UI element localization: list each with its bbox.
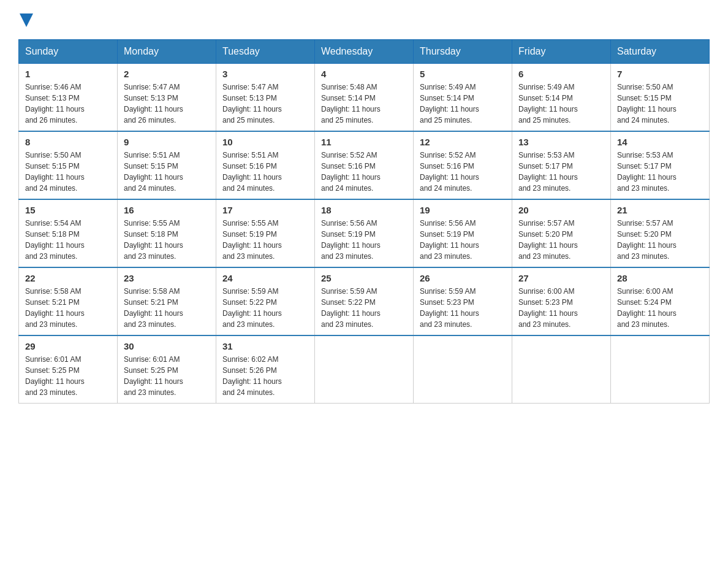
calendar-cell: 12Sunrise: 5:52 AMSunset: 5:16 PMDayligh… (414, 131, 512, 199)
day-number: 7 (617, 69, 703, 79)
day-number: 9 (124, 137, 210, 147)
day-number: 19 (420, 205, 506, 215)
calendar-cell: 21Sunrise: 5:57 AMSunset: 5:20 PMDayligh… (611, 199, 710, 267)
day-info: Sunrise: 5:47 AMSunset: 5:13 PMDaylight:… (222, 82, 308, 126)
day-info: Sunrise: 5:51 AMSunset: 5:16 PMDaylight:… (222, 150, 308, 194)
day-info: Sunrise: 5:49 AMSunset: 5:14 PMDaylight:… (420, 82, 506, 126)
day-number: 25 (321, 273, 407, 283)
calendar-cell: 2Sunrise: 5:47 AMSunset: 5:13 PMDaylight… (118, 64, 216, 132)
day-info: Sunrise: 6:01 AMSunset: 5:25 PMDaylight:… (25, 354, 111, 398)
calendar-cell (414, 335, 512, 404)
day-info: Sunrise: 5:48 AMSunset: 5:14 PMDaylight:… (321, 82, 407, 126)
calendar-cell (512, 335, 611, 404)
day-of-week-header: Friday (512, 40, 611, 64)
day-info: Sunrise: 5:57 AMSunset: 5:20 PMDaylight:… (617, 218, 703, 262)
day-info: Sunrise: 5:54 AMSunset: 5:18 PMDaylight:… (25, 218, 111, 262)
calendar-cell: 23Sunrise: 5:58 AMSunset: 5:21 PMDayligh… (118, 267, 216, 335)
calendar-cell: 3Sunrise: 5:47 AMSunset: 5:13 PMDaylight… (216, 64, 315, 132)
day-number: 12 (420, 137, 506, 147)
calendar-week-row: 8Sunrise: 5:50 AMSunset: 5:15 PMDaylight… (19, 131, 710, 199)
day-info: Sunrise: 5:56 AMSunset: 5:19 PMDaylight:… (420, 218, 506, 262)
day-info: Sunrise: 5:52 AMSunset: 5:16 PMDaylight:… (321, 150, 407, 194)
day-number: 11 (321, 137, 407, 147)
day-number: 4 (321, 69, 407, 79)
day-number: 5 (420, 69, 506, 79)
day-info: Sunrise: 5:58 AMSunset: 5:21 PMDaylight:… (124, 286, 210, 330)
logo (18, 12, 33, 27)
day-number: 26 (420, 273, 506, 283)
day-number: 20 (518, 205, 604, 215)
day-of-week-header: Sunday (19, 40, 118, 64)
calendar-week-row: 15Sunrise: 5:54 AMSunset: 5:18 PMDayligh… (19, 199, 710, 267)
calendar-cell: 1Sunrise: 5:46 AMSunset: 5:13 PMDaylight… (19, 64, 118, 132)
day-number: 22 (25, 273, 111, 283)
day-number: 21 (617, 205, 703, 215)
day-number: 24 (222, 273, 308, 283)
day-number: 8 (25, 137, 111, 147)
calendar-cell: 31Sunrise: 6:02 AMSunset: 5:26 PMDayligh… (216, 335, 315, 404)
day-number: 6 (518, 69, 604, 79)
calendar-cell: 24Sunrise: 5:59 AMSunset: 5:22 PMDayligh… (216, 267, 315, 335)
day-number: 14 (617, 137, 703, 147)
calendar-cell: 22Sunrise: 5:58 AMSunset: 5:21 PMDayligh… (19, 267, 118, 335)
day-info: Sunrise: 5:59 AMSunset: 5:22 PMDaylight:… (222, 286, 308, 330)
calendar-cell: 18Sunrise: 5:56 AMSunset: 5:19 PMDayligh… (315, 199, 414, 267)
calendar-cell (315, 335, 414, 404)
day-info: Sunrise: 5:53 AMSunset: 5:17 PMDaylight:… (518, 150, 604, 194)
day-of-week-header: Tuesday (216, 40, 315, 64)
calendar-cell: 17Sunrise: 5:55 AMSunset: 5:19 PMDayligh… (216, 199, 315, 267)
day-info: Sunrise: 5:59 AMSunset: 5:23 PMDaylight:… (420, 286, 506, 330)
day-number: 16 (124, 205, 210, 215)
calendar-cell: 28Sunrise: 6:00 AMSunset: 5:24 PMDayligh… (611, 267, 710, 335)
calendar-cell: 8Sunrise: 5:50 AMSunset: 5:15 PMDaylight… (19, 131, 118, 199)
day-number: 27 (518, 273, 604, 283)
day-info: Sunrise: 5:58 AMSunset: 5:21 PMDaylight:… (25, 286, 111, 330)
day-number: 30 (124, 341, 210, 351)
calendar-cell: 26Sunrise: 5:59 AMSunset: 5:23 PMDayligh… (414, 267, 512, 335)
day-info: Sunrise: 5:55 AMSunset: 5:18 PMDaylight:… (124, 218, 210, 262)
svg-marker-0 (20, 13, 33, 27)
day-info: Sunrise: 6:00 AMSunset: 5:24 PMDaylight:… (617, 286, 703, 330)
calendar-cell: 15Sunrise: 5:54 AMSunset: 5:18 PMDayligh… (19, 199, 118, 267)
day-number: 10 (222, 137, 308, 147)
calendar-cell: 25Sunrise: 5:59 AMSunset: 5:22 PMDayligh… (315, 267, 414, 335)
calendar-week-row: 29Sunrise: 6:01 AMSunset: 5:25 PMDayligh… (19, 335, 710, 404)
day-of-week-header: Thursday (414, 40, 512, 64)
calendar-cell: 14Sunrise: 5:53 AMSunset: 5:17 PMDayligh… (611, 131, 710, 199)
day-info: Sunrise: 5:46 AMSunset: 5:13 PMDaylight:… (25, 82, 111, 126)
calendar-cell: 11Sunrise: 5:52 AMSunset: 5:16 PMDayligh… (315, 131, 414, 199)
calendar-cell: 19Sunrise: 5:56 AMSunset: 5:19 PMDayligh… (414, 199, 512, 267)
day-info: Sunrise: 5:53 AMSunset: 5:17 PMDaylight:… (617, 150, 703, 194)
page-header (18, 12, 710, 27)
day-info: Sunrise: 6:02 AMSunset: 5:26 PMDaylight:… (222, 354, 308, 398)
day-number: 23 (124, 273, 210, 283)
calendar-cell: 5Sunrise: 5:49 AMSunset: 5:14 PMDaylight… (414, 64, 512, 132)
day-info: Sunrise: 5:51 AMSunset: 5:15 PMDaylight:… (124, 150, 210, 194)
calendar-cell: 30Sunrise: 6:01 AMSunset: 5:25 PMDayligh… (118, 335, 216, 404)
day-number: 18 (321, 205, 407, 215)
calendar-cell: 6Sunrise: 5:49 AMSunset: 5:14 PMDaylight… (512, 64, 611, 132)
calendar-header-row: SundayMondayTuesdayWednesdayThursdayFrid… (19, 40, 710, 64)
calendar-cell: 7Sunrise: 5:50 AMSunset: 5:15 PMDaylight… (611, 64, 710, 132)
day-info: Sunrise: 5:49 AMSunset: 5:14 PMDaylight:… (518, 82, 604, 126)
day-number: 28 (617, 273, 703, 283)
day-number: 3 (222, 69, 308, 79)
day-number: 1 (25, 69, 111, 79)
day-info: Sunrise: 6:01 AMSunset: 5:25 PMDaylight:… (124, 354, 210, 398)
day-number: 17 (222, 205, 308, 215)
calendar-week-row: 22Sunrise: 5:58 AMSunset: 5:21 PMDayligh… (19, 267, 710, 335)
day-of-week-header: Wednesday (315, 40, 414, 64)
day-info: Sunrise: 5:57 AMSunset: 5:20 PMDaylight:… (518, 218, 604, 262)
calendar-cell: 20Sunrise: 5:57 AMSunset: 5:20 PMDayligh… (512, 199, 611, 267)
calendar-cell: 16Sunrise: 5:55 AMSunset: 5:18 PMDayligh… (118, 199, 216, 267)
calendar-cell (611, 335, 710, 404)
calendar-week-row: 1Sunrise: 5:46 AMSunset: 5:13 PMDaylight… (19, 64, 710, 132)
day-number: 13 (518, 137, 604, 147)
calendar-cell: 27Sunrise: 6:00 AMSunset: 5:23 PMDayligh… (512, 267, 611, 335)
day-info: Sunrise: 5:52 AMSunset: 5:16 PMDaylight:… (420, 150, 506, 194)
day-info: Sunrise: 5:47 AMSunset: 5:13 PMDaylight:… (124, 82, 210, 126)
day-number: 15 (25, 205, 111, 215)
calendar-cell: 10Sunrise: 5:51 AMSunset: 5:16 PMDayligh… (216, 131, 315, 199)
calendar-table: SundayMondayTuesdayWednesdayThursdayFrid… (18, 39, 710, 404)
day-info: Sunrise: 5:56 AMSunset: 5:19 PMDaylight:… (321, 218, 407, 262)
